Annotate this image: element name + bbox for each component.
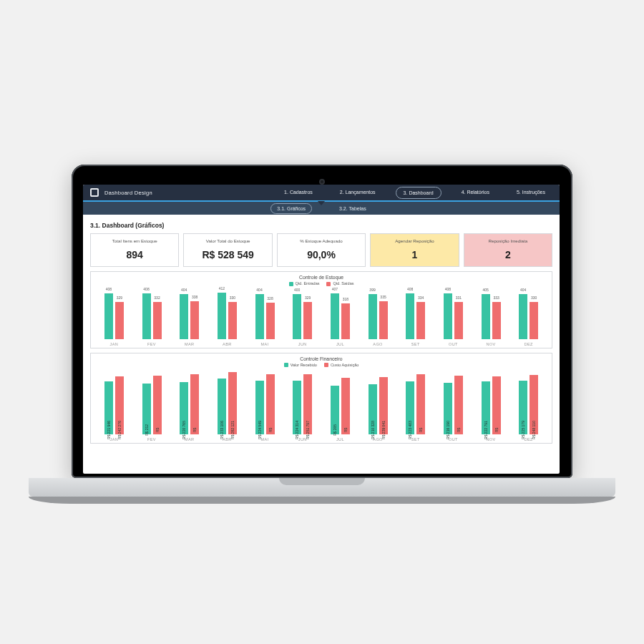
kpi-value: R$ 528 549	[185, 249, 270, 260]
subtab-tabelas[interactable]: 3.2. Tabelas	[333, 204, 372, 213]
x-label: SET	[411, 342, 420, 346]
nav-item-4[interactable]: 5. Instruções	[509, 187, 552, 199]
chart-body: R$ 221 946R$ 242 276JANR$ 212R$FEVR$ 220…	[95, 370, 547, 441]
x-label: FEV	[147, 437, 156, 441]
bar-custo: R$	[454, 376, 463, 434]
bar-entradas: 399	[369, 294, 377, 338]
bar-group: R$ 225 179R$ 248 110DEZ	[509, 370, 547, 441]
top-bar: Dashboard Design 1. Cadastros2. Lançamen…	[83, 185, 560, 202]
x-label: FEV	[147, 342, 156, 346]
bar-entradas: 408	[142, 293, 151, 338]
bar-saidas: 333	[492, 302, 501, 339]
kpi-value: 894	[92, 249, 177, 260]
bar-group: 405333NOV	[472, 289, 510, 346]
bar-custo: R$ 239 041	[379, 377, 388, 434]
x-label: NOV	[486, 342, 495, 346]
bar-group: 408329JAN	[95, 289, 133, 346]
bar-saidas: 334	[416, 302, 425, 339]
bar-recebido: R$ 225 179	[519, 381, 527, 434]
screen-bezel: Dashboard Design 1. Cadastros2. Lançamen…	[72, 165, 572, 478]
bar-saidas: 328	[266, 303, 275, 339]
kpi-label: % Estoque Adequado	[279, 238, 364, 243]
kpi-value: 1	[372, 249, 457, 260]
bar-saidas: 338	[190, 301, 199, 339]
kpi-card-3: Agendar Reposição1	[370, 233, 459, 267]
bar-recebido: R$ 205	[331, 386, 339, 434]
bar-group: R$ 224 549R$MAI	[246, 370, 284, 441]
nav-item-3[interactable]: 4. Relatórios	[454, 187, 497, 199]
bar-entradas: 400	[293, 294, 301, 338]
chart-financeiro: Controle Financeiro Valor Recebido Custo…	[90, 353, 552, 444]
x-label: JUL	[336, 342, 344, 346]
bar-entradas: 405	[482, 294, 490, 339]
x-label: OUT	[449, 342, 458, 346]
nav-item-0[interactable]: 1. Cadastros	[277, 187, 320, 199]
bar-custo: R$	[190, 374, 199, 434]
tab-indicator-icon	[318, 201, 325, 205]
bar-recebido: R$ 216 190	[444, 383, 452, 434]
kpi-cards: Total Itens em Estoque894Valor Total do …	[90, 233, 552, 267]
nav-item-1[interactable]: 2. Lançamentos	[333, 187, 383, 199]
kpi-label: Reposição Imediata	[466, 238, 550, 243]
bar-entradas: 404	[255, 294, 264, 339]
kpi-value: 2	[466, 249, 550, 260]
bar-recebido: R$ 210 328	[369, 384, 377, 434]
bar-group: R$ 233 106R$ 262 121ABR	[208, 370, 246, 441]
kpi-card-1: Valor Total do EstoqueR$ 528 549	[183, 233, 272, 267]
bar-entradas: 412	[218, 293, 226, 338]
bar-custo: R$	[416, 374, 425, 434]
nav-item-2[interactable]: 3. Dashboard	[396, 187, 441, 199]
chart-legend: Valor Recebido Custo Aquisição	[95, 363, 547, 368]
bar-group: R$ 216 190R$OUT	[434, 370, 472, 441]
bar-recebido: R$ 224 549	[255, 381, 264, 434]
logo-icon	[90, 188, 99, 197]
bar-group: 399335AGO	[359, 289, 397, 346]
x-label: JUL	[336, 437, 344, 441]
bar-group: 407318JUL	[321, 289, 359, 346]
bar-recebido: R$ 222 791	[482, 381, 490, 434]
x-label: ABR	[223, 342, 232, 346]
bar-saidas: 331	[454, 302, 463, 338]
kpi-card-4: Reposição Imediata2	[464, 233, 552, 267]
app-title: Dashboard Design	[104, 190, 152, 196]
page-title: 3.1. Dashboard (Gráficos)	[90, 222, 552, 229]
bar-saidas: 318	[341, 303, 350, 338]
kpi-card-2: % Estoque Adequado90,0%	[277, 233, 366, 267]
bar-entradas: 404	[519, 294, 527, 339]
x-label: DEZ	[525, 342, 533, 346]
app-screen: Dashboard Design 1. Cadastros2. Lançamen…	[83, 185, 560, 474]
kpi-label: Agendar Reposição	[372, 238, 457, 243]
camera-icon	[319, 179, 325, 185]
bar-group: R$ 223 483R$SET	[396, 370, 434, 441]
bar-custo: R$	[266, 374, 275, 434]
bar-entradas: 404	[180, 294, 188, 339]
bar-group: R$ 210 328R$ 239 041AGO	[359, 370, 397, 441]
bar-group: R$ 221 946R$ 242 276JAN	[95, 370, 133, 441]
bar-recebido: R$ 220 765	[180, 382, 188, 435]
bar-custo: R$	[341, 378, 350, 434]
bar-group: 408334SET	[396, 289, 434, 346]
bar-custo: R$ 248 110	[530, 375, 538, 434]
bar-group: 404338MAR	[170, 289, 208, 346]
subtab-graficos[interactable]: 3.1. Gráficos	[270, 203, 312, 214]
x-label: AGO	[373, 342, 382, 346]
bar-entradas: 408	[104, 293, 113, 338]
bar-group: 408332FEV	[133, 289, 171, 346]
bar-recebido: R$ 221 946	[104, 381, 113, 434]
x-label: MAI	[261, 437, 269, 441]
kpi-card-0: Total Itens em Estoque894	[90, 233, 179, 267]
kpi-label: Valor Total do Estoque	[185, 238, 270, 243]
bar-recebido: R$ 212	[142, 384, 151, 434]
bar-group: 408331OUT	[434, 289, 472, 346]
bar-group: 400329JUN	[283, 289, 321, 346]
bar-saidas: 329	[115, 302, 124, 338]
chart-legend: Qtd. Entradas Qtd. Saídas	[95, 281, 547, 286]
bar-saidas: 335	[379, 301, 388, 338]
x-label: JAN	[110, 342, 119, 346]
bar-entradas: 408	[406, 293, 414, 338]
bar-saidas: 330	[530, 302, 538, 338]
laptop-base	[29, 478, 615, 504]
bar-group: R$ 205R$JUL	[321, 370, 359, 441]
bar-group: R$ 224 314R$ 251 797JUN	[283, 370, 321, 441]
bar-entradas: 408	[444, 293, 452, 338]
